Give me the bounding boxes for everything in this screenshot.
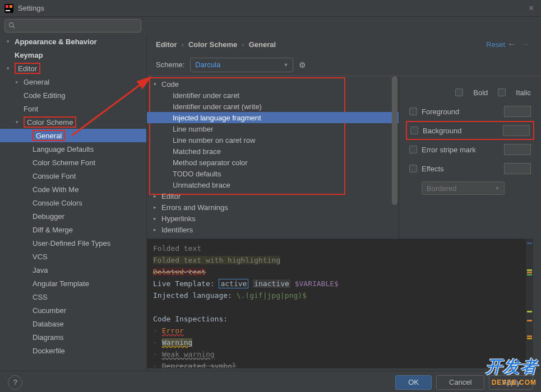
sidebar-item-label: Database: [33, 320, 64, 328]
search-input-container[interactable]: [4, 19, 141, 32]
background-checkbox[interactable]: [410, 127, 418, 134]
background-color[interactable]: [503, 125, 530, 136]
category-item[interactable]: ▸Editor: [147, 190, 399, 202]
sidebar-item-label: Keymap: [15, 51, 43, 59]
sidebar-item[interactable]: Dockerfile: [0, 344, 146, 357]
sidebar-item[interactable]: Keymap: [0, 48, 146, 62]
sidebar-item-label: Color Scheme Font: [33, 158, 95, 167]
sidebar-item-label: Code Editing: [24, 91, 65, 100]
category-item[interactable]: ▸Identifiers: [147, 224, 399, 235]
sidebar-item-label: Console Font: [33, 172, 76, 180]
search-icon: [8, 22, 15, 30]
category-scrollbar[interactable]: [392, 76, 397, 239]
tree-arrow-icon: ▾: [7, 39, 15, 44]
sidebar-item[interactable]: Java: [0, 263, 146, 277]
preview-line: Deleted text: [153, 268, 206, 276]
breadcrumb-sep: ›: [182, 40, 184, 49]
sidebar-item[interactable]: Cucumber: [0, 304, 146, 317]
category-item[interactable]: Line number: [147, 123, 399, 134]
italic-label: Italic: [516, 88, 531, 97]
category-item[interactable]: Unmatched brace: [147, 179, 399, 190]
category-item-label: Injected language fragment: [173, 114, 261, 122]
nav-forward-icon[interactable]: →: [519, 38, 532, 51]
svg-rect-1: [6, 5, 8, 8]
category-tree[interactable]: ▾CodeIdentifier under caretIdentifier un…: [147, 76, 399, 239]
apply-button[interactable]: Apply: [489, 375, 533, 390]
category-item[interactable]: Method separator color: [147, 157, 399, 168]
bold-checkbox[interactable]: [455, 88, 463, 96]
nav-back-icon[interactable]: ←: [505, 38, 519, 51]
sidebar-item[interactable]: Console Colors: [0, 196, 146, 209]
sidebar-item-label: VCS: [33, 253, 48, 261]
sidebar-item[interactable]: ▸General: [0, 75, 146, 88]
sidebar-item[interactable]: Code Editing: [0, 88, 146, 102]
help-button[interactable]: ?: [8, 375, 22, 390]
cancel-button[interactable]: Cancel: [436, 375, 484, 390]
breadcrumb-sep: ›: [242, 40, 244, 49]
ok-button[interactable]: OK: [395, 375, 432, 390]
sidebar-item[interactable]: General: [0, 129, 146, 142]
category-item-label: Method separator color: [173, 158, 248, 167]
bold-label: Bold: [473, 88, 488, 97]
category-item[interactable]: ▾Code: [147, 78, 399, 90]
sidebar-item[interactable]: ▾Appearance & Behavior: [0, 35, 146, 48]
preview-text: Injected language:: [153, 291, 237, 300]
sidebar-item[interactable]: Diagrams: [0, 330, 146, 344]
category-item[interactable]: Matched brace: [147, 146, 399, 157]
category-item[interactable]: ▸Hyperlinks: [147, 213, 399, 224]
effects-label: Effects: [422, 165, 500, 173]
category-item[interactable]: Identifier under caret: [147, 90, 399, 101]
settings-tree[interactable]: ▾Appearance & BehaviorKeymap▾Editor▸Gene…: [0, 35, 147, 371]
close-icon[interactable]: ✕: [525, 4, 537, 12]
category-item-label: Identifier under caret: [173, 91, 239, 100]
breadcrumb-colorscheme[interactable]: Color Scheme: [188, 40, 237, 49]
sidebar-item[interactable]: Color Scheme Font: [0, 156, 146, 169]
gear-icon[interactable]: ⚙: [299, 60, 306, 69]
sidebar-item[interactable]: Angular Template: [0, 277, 146, 290]
effects-type-value: Bordered: [427, 184, 456, 193]
sidebar-item-label: Diagrams: [33, 333, 64, 342]
sidebar-item[interactable]: Font: [0, 102, 146, 115]
errorstripe-checkbox[interactable]: [409, 146, 417, 153]
sidebar-item[interactable]: ▾Editor: [0, 62, 146, 75]
breadcrumb-editor[interactable]: Editor: [156, 40, 177, 49]
sidebar-item[interactable]: VCS: [0, 250, 146, 263]
background-label: Background: [423, 127, 498, 135]
category-item[interactable]: Injected language fragment: [147, 112, 399, 123]
category-item-label: Matched brace: [173, 147, 221, 156]
category-item-label: Errors and Warnings: [161, 203, 228, 212]
sidebar-item[interactable]: Database: [0, 317, 146, 330]
scheme-label: Scheme:: [156, 60, 184, 69]
category-item-label: TODO defaults: [173, 170, 221, 178]
sidebar-item[interactable]: Diff & Merge: [0, 223, 146, 236]
app-logo-icon: [4, 4, 13, 13]
sidebar-item[interactable]: Code With Me: [0, 183, 146, 196]
preview-line: Folded text with highlighting: [153, 256, 280, 264]
effects-type-dropdown[interactable]: Bordered ▼: [422, 181, 505, 195]
sidebar-item[interactable]: Console Font: [0, 169, 146, 183]
sidebar-item-label: Color Scheme: [27, 118, 73, 127]
category-item[interactable]: TODO defaults: [147, 168, 399, 179]
tree-arrow-icon: ▾: [7, 66, 15, 71]
category-item[interactable]: ▸Errors and Warnings: [147, 202, 399, 213]
category-item[interactable]: Line number on caret row: [147, 134, 399, 146]
effects-color[interactable]: [504, 163, 531, 174]
italic-checkbox[interactable]: [498, 88, 506, 96]
foreground-checkbox[interactable]: [409, 108, 417, 115]
effects-checkbox[interactable]: [409, 165, 417, 172]
sidebar-item[interactable]: ▾Color Scheme: [0, 115, 146, 129]
sidebar-item[interactable]: Debugger: [0, 209, 146, 223]
search-input[interactable]: [17, 22, 137, 30]
sidebar-item[interactable]: Language Defaults: [0, 142, 146, 156]
sidebar-item[interactable]: User-Defined File Types: [0, 236, 146, 250]
category-item-label: Editor: [161, 192, 181, 200]
errorstripe-color[interactable]: [504, 144, 531, 155]
preview-heading: Code Inspections:: [153, 315, 228, 323]
preview-pane: Folded text Folded text with highlightin…: [147, 239, 533, 368]
sidebar-item[interactable]: CSS: [0, 290, 146, 304]
category-item[interactable]: Identifier under caret (write): [147, 101, 399, 112]
sidebar-item-label: Font: [24, 105, 38, 113]
reset-link[interactable]: Reset: [486, 40, 505, 49]
foreground-color[interactable]: [504, 106, 531, 117]
scheme-dropdown[interactable]: Darcula ▼: [190, 58, 293, 72]
